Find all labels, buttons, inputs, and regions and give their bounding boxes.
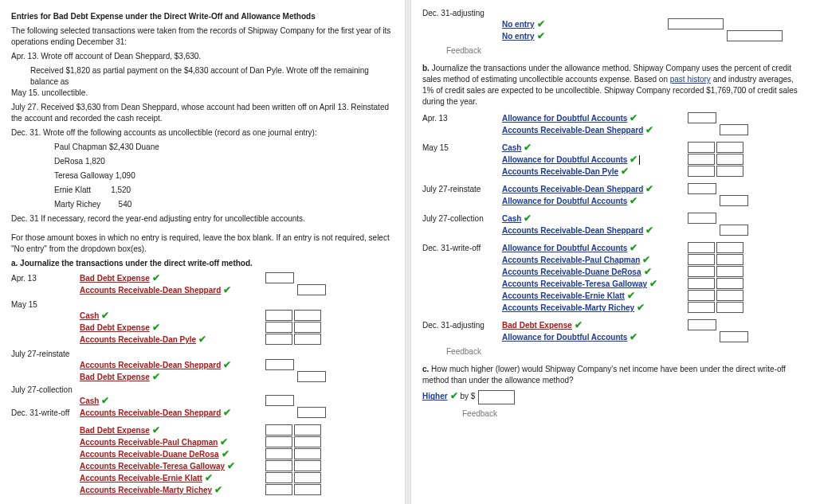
acct-ar-chapman[interactable]: Accounts Receivable-Paul Chapman (502, 256, 640, 264)
amount-input[interactable] (720, 225, 748, 236)
acct-ar-sheppard[interactable]: Accounts Receivable-Dean Sheppard (502, 185, 643, 193)
amount-input[interactable] (294, 322, 321, 333)
amount-input[interactable] (265, 424, 292, 436)
acct-noentry[interactable]: No entry (502, 32, 535, 41)
amount-input[interactable] (716, 266, 743, 277)
amount-input[interactable] (716, 290, 743, 301)
check-icon: ✔ (649, 278, 657, 289)
acct-ada[interactable]: Allowance for Doubtful Accounts (502, 333, 627, 342)
higher-select[interactable]: Higher (422, 392, 448, 400)
amount-input[interactable] (265, 334, 292, 345)
past-history-link[interactable]: past history (670, 75, 711, 84)
acct-cash[interactable]: Cash (80, 397, 99, 405)
amount-input[interactable] (688, 302, 715, 313)
amount-input[interactable] (297, 284, 326, 295)
acct-ar-galloway[interactable]: Accounts Receivable-Teresa Galloway (502, 279, 647, 288)
acct-cash[interactable]: Cash (502, 214, 521, 223)
acct-noentry[interactable]: No entry (502, 20, 535, 29)
acct-ada[interactable]: Allowance for Doubtful Accounts (502, 114, 627, 123)
check-icon: ✔ (537, 18, 545, 29)
amount-input[interactable] (727, 30, 783, 41)
acct-ar-richey[interactable]: Accounts Receivable-Marty Richey (502, 303, 634, 312)
amount-input[interactable] (688, 278, 715, 289)
amount-input[interactable] (294, 448, 321, 459)
amount-input[interactable] (294, 310, 321, 321)
amount-input[interactable] (716, 278, 743, 289)
amount-input[interactable] (265, 359, 294, 370)
check-icon: ✔ (524, 142, 532, 153)
part-b-text: b. Journalize the transactions under the… (422, 63, 805, 107)
amount-input[interactable] (688, 112, 716, 123)
amount-input[interactable] (294, 472, 321, 483)
amount-input[interactable] (294, 484, 321, 495)
amount-input[interactable] (720, 195, 748, 206)
amount-input[interactable] (265, 460, 292, 471)
feedback-label: Feedback (446, 46, 805, 55)
acct-cash[interactable]: Cash (502, 143, 521, 152)
acct-ar-galloway[interactable]: Accounts Receivable-Teresa Galloway (80, 462, 225, 471)
amount-input[interactable] (265, 484, 292, 495)
acct-bde[interactable]: Bad Debt Expense (502, 321, 572, 330)
acct-ada[interactable]: Allowance for Doubtful Accounts (502, 197, 627, 205)
acct-ar-sheppard[interactable]: Accounts Receivable-Dean Sheppard (80, 408, 221, 417)
amount-input[interactable] (688, 254, 715, 265)
amount-input[interactable] (265, 322, 292, 333)
amount-input[interactable] (265, 448, 292, 459)
date-dec31w: Dec. 31-write-off (422, 244, 502, 252)
acct-ar-sheppard[interactable]: Accounts Receivable-Dean Sheppard (80, 286, 221, 295)
acct-ar-pyle[interactable]: Accounts Receivable-Dan Pyle (502, 167, 618, 176)
acct-bde[interactable]: Bad Debt Expense (80, 426, 150, 435)
acct-ar-sheppard[interactable]: Accounts Receivable-Dean Sheppard (80, 361, 221, 369)
acct-ar-richey[interactable]: Accounts Receivable-Marty Richey (80, 486, 212, 494)
amount-input[interactable] (688, 290, 715, 301)
amount-input[interactable] (688, 166, 715, 177)
acct-ada[interactable]: Allowance for Doubtful Accounts (502, 155, 627, 164)
amount-input[interactable] (688, 319, 716, 330)
check-icon: ✔ (637, 302, 645, 313)
amount-input[interactable] (716, 154, 743, 165)
acct-ar-sheppard[interactable]: Accounts Receivable-Dean Sheppard (502, 226, 643, 235)
amount-input[interactable] (265, 395, 294, 406)
amount-input[interactable] (688, 154, 715, 165)
amount-input[interactable] (716, 302, 743, 313)
amount-input[interactable] (716, 242, 743, 253)
amount-input[interactable] (265, 310, 292, 321)
amount-input[interactable] (716, 254, 743, 265)
amount-input[interactable] (478, 390, 515, 404)
amount-input[interactable] (297, 371, 326, 382)
amount-input[interactable] (720, 124, 748, 135)
check-icon: ✔ (152, 272, 160, 283)
acct-ada[interactable]: Allowance for Doubtful Accounts (502, 244, 627, 252)
amount-input[interactable] (297, 407, 326, 418)
amount-input[interactable] (716, 166, 743, 177)
amount-input[interactable] (688, 266, 715, 277)
acct-ar-klatt[interactable]: Accounts Receivable-Ernie Klatt (502, 291, 625, 300)
acct-ar-klatt[interactable]: Accounts Receivable-Ernie Klatt (80, 474, 202, 483)
acct-ar-chapman[interactable]: Accounts Receivable-Paul Chapman (80, 438, 218, 447)
amount-input[interactable] (668, 18, 724, 29)
amount-input[interactable] (265, 272, 294, 283)
date-jul27r: July 27-reinstate (422, 185, 502, 193)
check-icon: ✔ (537, 30, 545, 41)
amount-input[interactable] (294, 334, 321, 345)
acct-ar-derosa[interactable]: Accounts Receivable-Duane DeRosa (80, 450, 219, 459)
amount-input[interactable] (688, 242, 715, 253)
amount-input[interactable] (294, 460, 321, 471)
acct-ar-sheppard[interactable]: Accounts Receivable-Dean Sheppard (502, 126, 643, 135)
amount-input[interactable] (688, 183, 716, 194)
amount-input[interactable] (265, 472, 292, 483)
acct-cash[interactable]: Cash (80, 311, 99, 320)
acct-ar-derosa[interactable]: Accounts Receivable-Duane DeRosa (502, 268, 641, 276)
acct-ar-pyle[interactable]: Accounts Receivable-Dan Pyle (80, 335, 196, 344)
acct-bde[interactable]: Bad Debt Expense (80, 323, 150, 332)
amount-input[interactable] (294, 424, 321, 436)
amount-input[interactable] (265, 436, 292, 447)
acct-bde[interactable]: Bad Debt Expense (80, 274, 150, 283)
amount-input[interactable] (720, 331, 748, 342)
check-icon: ✔ (222, 448, 230, 459)
acct-bde[interactable]: Bad Debt Expense (80, 373, 150, 381)
amount-input[interactable] (688, 213, 716, 224)
amount-input[interactable] (294, 436, 321, 447)
amount-input[interactable] (716, 142, 743, 153)
amount-input[interactable] (688, 142, 715, 153)
